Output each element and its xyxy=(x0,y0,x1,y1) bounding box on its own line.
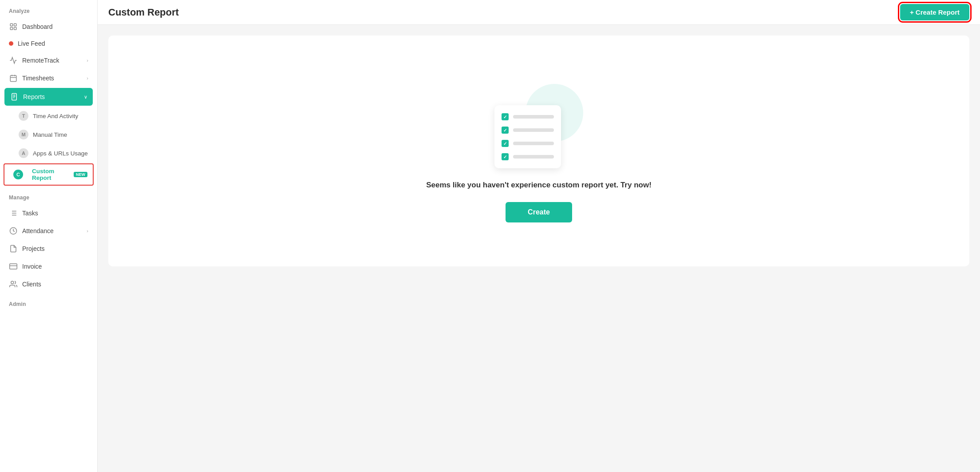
time-activity-icon: T xyxy=(19,111,28,121)
illustration xyxy=(494,79,583,168)
custom-report-icon: C xyxy=(13,170,23,179)
check-line-2 xyxy=(513,128,554,132)
attendance-label: Attendance xyxy=(22,227,54,234)
admin-section-label: Admin xyxy=(0,293,97,311)
top-bar: Custom Report + Create Report xyxy=(98,0,980,25)
sidebar-item-apps-urls[interactable]: A Apps & URLs Usage xyxy=(0,144,97,163)
timesheets-label: Timesheets xyxy=(22,75,54,82)
content-area: Seems like you haven't experience custom… xyxy=(98,25,980,472)
tasks-icon xyxy=(9,209,18,218)
attendance-chevron: › xyxy=(87,228,88,234)
custom-report-label: Custom Report xyxy=(32,168,67,181)
main-content: Custom Report + Create Report xyxy=(98,0,980,472)
sidebar-item-live-feed[interactable]: Live Feed xyxy=(0,36,97,52)
timesheets-chevron: › xyxy=(87,75,88,81)
clients-label: Clients xyxy=(22,281,41,288)
svg-rect-1 xyxy=(14,24,16,26)
page-title: Custom Report xyxy=(108,7,179,18)
sidebar-item-invoice[interactable]: Invoice xyxy=(0,258,97,275)
projects-icon xyxy=(9,244,18,253)
sidebar-item-manual-time[interactable]: M Manual Time xyxy=(0,125,97,144)
create-report-button[interactable]: + Create Report xyxy=(900,4,969,20)
checklist-row-1 xyxy=(502,113,554,120)
reports-label: Reports xyxy=(23,93,45,100)
remote-track-chevron: › xyxy=(87,58,88,63)
remote-track-icon xyxy=(9,56,18,65)
checkbox-2 xyxy=(502,127,509,134)
sidebar-item-time-and-activity[interactable]: T Time And Activity xyxy=(0,107,97,125)
empty-state-card: Seems like you haven't experience custom… xyxy=(108,36,969,266)
sidebar-item-dashboard[interactable]: Dashboard xyxy=(0,18,97,36)
sidebar-item-attendance[interactable]: Attendance › xyxy=(0,222,97,240)
svg-rect-3 xyxy=(14,28,16,30)
apps-urls-icon: A xyxy=(19,148,28,158)
illustration-card xyxy=(494,105,561,168)
create-button[interactable]: Create xyxy=(506,202,572,222)
manual-time-label: Manual Time xyxy=(33,131,67,138)
svg-rect-4 xyxy=(10,75,16,82)
apps-urls-label: Apps & URLs Usage xyxy=(33,150,88,157)
checklist-row-4 xyxy=(502,153,554,160)
timesheets-icon xyxy=(9,74,18,83)
reports-chevron: ∨ xyxy=(84,94,87,100)
time-and-activity-label: Time And Activity xyxy=(33,113,78,119)
sidebar-item-tasks[interactable]: Tasks xyxy=(0,204,97,222)
manage-section-label: Manage xyxy=(0,186,97,204)
checkbox-4 xyxy=(502,153,509,160)
sidebar-item-remote-track[interactable]: RemoteTrack › xyxy=(0,52,97,69)
dashboard-icon xyxy=(9,22,18,31)
sidebar-item-custom-report[interactable]: C Custom Report NEW xyxy=(4,163,94,186)
checkbox-3 xyxy=(502,140,509,147)
attendance-icon xyxy=(9,226,18,235)
svg-point-21 xyxy=(11,281,14,284)
clients-icon xyxy=(9,280,18,289)
tasks-label: Tasks xyxy=(22,210,38,217)
live-dot-icon xyxy=(9,41,13,46)
manual-time-icon: M xyxy=(19,130,28,139)
analyze-section-label: Analyze xyxy=(0,0,97,18)
sidebar-item-clients[interactable]: Clients xyxy=(0,275,97,293)
checkbox-1 xyxy=(502,113,509,120)
sidebar-item-timesheets[interactable]: Timesheets › xyxy=(0,69,97,87)
sidebar: Analyze Dashboard Live Feed RemoteTrack … xyxy=(0,0,98,472)
sidebar-item-reports[interactable]: Reports ∨ xyxy=(4,88,93,106)
empty-message: Seems like you haven't experience custom… xyxy=(426,181,652,190)
remote-track-label: RemoteTrack xyxy=(22,57,59,64)
projects-label: Projects xyxy=(22,245,45,252)
invoice-label: Invoice xyxy=(22,263,42,270)
new-badge: NEW xyxy=(74,172,87,177)
check-line-1 xyxy=(513,115,554,119)
dashboard-label: Dashboard xyxy=(22,23,53,30)
live-feed-label: Live Feed xyxy=(18,40,45,47)
svg-rect-2 xyxy=(10,28,12,30)
reports-icon xyxy=(10,92,19,101)
svg-rect-0 xyxy=(10,24,12,26)
invoice-icon xyxy=(9,262,18,271)
check-line-3 xyxy=(513,142,554,145)
svg-rect-19 xyxy=(10,264,17,269)
check-line-4 xyxy=(513,155,554,159)
checklist-row-3 xyxy=(502,140,554,147)
sidebar-item-projects[interactable]: Projects xyxy=(0,240,97,258)
checklist-row-2 xyxy=(502,127,554,134)
